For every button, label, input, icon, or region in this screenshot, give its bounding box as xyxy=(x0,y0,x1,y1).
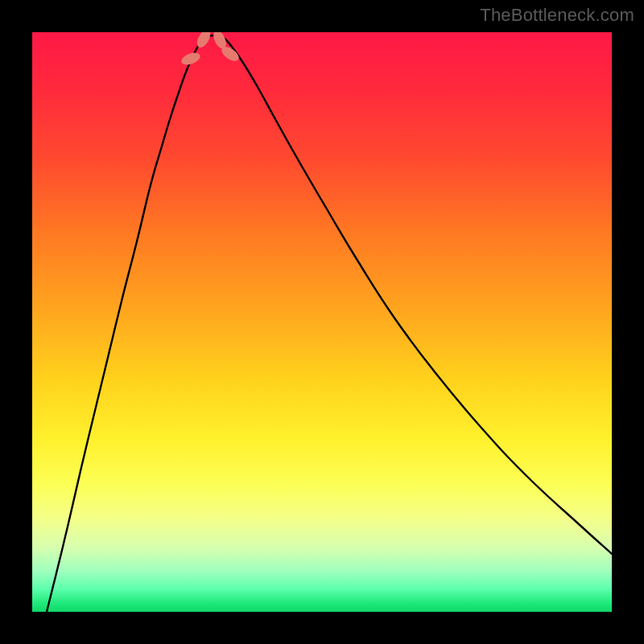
watermark-text: TheBottleneck.com xyxy=(480,5,634,26)
curve-layer xyxy=(32,32,612,612)
valley-markers xyxy=(180,32,241,67)
outer-frame: TheBottleneck.com xyxy=(0,0,644,644)
plot-area xyxy=(32,32,612,612)
bottleneck-curve xyxy=(47,35,612,612)
pill-outer-left xyxy=(180,51,201,67)
